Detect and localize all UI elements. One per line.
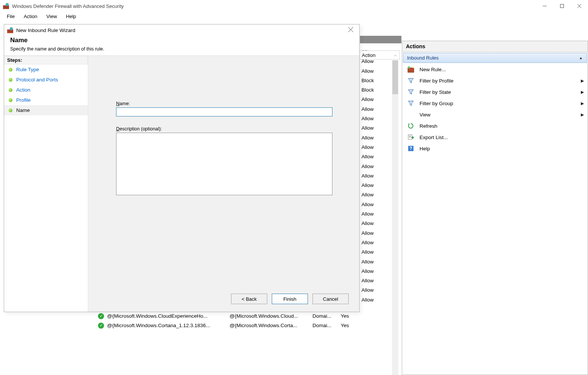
action-filter-state-label: Filter by State <box>420 89 451 95</box>
export-icon <box>407 134 414 141</box>
rules-scrollbar[interactable] <box>392 60 398 375</box>
rule-enabled-cell: Yes <box>341 313 360 319</box>
action-filter-group-label: Filter by Group <box>420 101 453 106</box>
cancel-button[interactable]: Cancel <box>312 294 349 304</box>
wizard-title: New Inbound Rule Wizard <box>16 28 75 33</box>
menu-help[interactable]: Help <box>61 13 81 20</box>
step-bullet-icon <box>9 98 12 102</box>
step-protocol-ports[interactable]: Protocol and Ports <box>4 75 88 85</box>
svg-point-15 <box>408 66 410 69</box>
name-label-rest: ame: <box>119 101 130 106</box>
submenu-arrow-icon: ▶ <box>581 112 584 117</box>
action-filter-state[interactable]: Filter by State ▶ <box>402 86 588 98</box>
window-controls <box>536 0 588 12</box>
wizard-header: Name Specify the name and description of… <box>4 36 359 55</box>
filter-icon <box>407 77 414 84</box>
refresh-icon <box>407 122 414 129</box>
rule-name-cell: @{Microsoft.Windows.CloudExperienceHo... <box>107 313 230 319</box>
rules-visible-bottom: ✓@{Microsoft.Windows.CloudExperienceHo..… <box>98 311 360 330</box>
action-new-rule-label: New Rule... <box>420 67 446 72</box>
step-name[interactable]: Name <box>4 105 88 115</box>
step-profile-label: Profile <box>16 97 31 103</box>
rule-profile-cell: Domai... <box>312 313 341 319</box>
action-filter-profile[interactable]: Filter by Profile ▶ <box>402 75 588 86</box>
minimize-button[interactable] <box>536 0 553 12</box>
step-bullet-icon <box>9 109 12 112</box>
scroll-up-icon: ︿ <box>394 53 397 58</box>
rule-name-input[interactable] <box>116 107 332 116</box>
action-filter-profile-label: Filter by Profile <box>420 78 453 84</box>
desc-label-accel: D <box>116 126 119 132</box>
action-refresh[interactable]: Refresh <box>402 120 588 132</box>
filter-icon <box>407 100 414 107</box>
action-new-rule[interactable]: New Rule... <box>402 64 588 75</box>
svg-text:?: ? <box>409 146 412 151</box>
action-export-label: Export List... <box>420 135 448 140</box>
maximize-button[interactable] <box>553 0 571 12</box>
close-button[interactable] <box>571 0 588 12</box>
help-icon: ? <box>407 145 414 152</box>
wizard-steps: Steps: Rule Type Protocol and Ports Acti… <box>4 56 88 312</box>
step-bullet-icon <box>9 88 12 92</box>
action-filter-group[interactable]: Filter by Group ▶ <box>402 98 588 109</box>
rules-column-header-action[interactable]: Action ︿ <box>359 51 400 60</box>
finish-button[interactable]: Finish <box>272 294 308 304</box>
main-titlebar: Windows Defender Firewall with Advanced … <box>0 0 588 12</box>
wizard-heading: Name <box>10 37 353 44</box>
action-help-label: Help <box>420 146 430 152</box>
menu-view[interactable]: View <box>42 13 61 20</box>
actions-pane-header: Actions <box>402 41 588 52</box>
rule-group-cell: @{Microsoft.Windows.Corta... <box>230 323 312 328</box>
step-action-label: Action <box>16 87 31 93</box>
step-bullet-icon <box>9 78 12 82</box>
action-view-label: View <box>420 112 430 118</box>
wizard-body: Steps: Rule Type Protocol and Ports Acti… <box>4 55 359 312</box>
rule-description-input[interactable] <box>116 133 332 195</box>
filter-icon <box>407 89 414 95</box>
name-field-label: Name: <box>116 101 340 106</box>
submenu-arrow-icon: ▶ <box>581 90 584 95</box>
action-view[interactable]: View ▶ <box>402 109 588 120</box>
action-export[interactable]: Export List... <box>402 132 588 143</box>
action-help[interactable]: ? Help <box>402 143 588 154</box>
rules-scrollbar-thumb[interactable] <box>392 60 398 94</box>
desc-label-rest: escription (optional): <box>119 126 162 132</box>
step-profile[interactable]: Profile <box>4 95 88 105</box>
rule-profile-cell: Domai... <box>312 323 341 328</box>
blank-icon <box>407 111 414 118</box>
table-row[interactable]: ✓@{Microsoft.Windows.CloudExperienceHo..… <box>98 311 360 321</box>
rule-enabled-cell: Yes <box>341 323 360 328</box>
wizard-close-button[interactable] <box>345 26 356 34</box>
new-rule-icon <box>407 66 414 73</box>
actions-pane: Actions Inbound Rules ▲ New Rule... Filt… <box>402 41 588 375</box>
table-row[interactable]: ✓@{Microsoft.Windows.Cortana_1.12.3.1836… <box>98 321 360 330</box>
rule-group-cell: @{Microsoft.Windows.Cloud... <box>230 313 312 319</box>
step-name-label: Name <box>16 107 30 113</box>
actions-section-label: Inbound Rules <box>407 55 439 61</box>
wizard-buttons: < Back Finish Cancel <box>231 294 349 304</box>
step-bullet-icon <box>9 68 12 72</box>
submenu-arrow-icon: ▶ <box>581 101 584 106</box>
menu-action[interactable]: Action <box>19 13 42 20</box>
step-rule-type[interactable]: Rule Type <box>4 64 88 75</box>
collapse-up-icon: ▲ <box>579 56 583 60</box>
actions-section-inbound-rules[interactable]: Inbound Rules ▲ <box>403 53 587 63</box>
menu-file[interactable]: File <box>2 13 19 20</box>
name-label-accel: N <box>116 101 119 106</box>
new-inbound-rule-wizard: New Inbound Rule Wizard Name Specify the… <box>4 24 360 312</box>
allow-check-icon: ✓ <box>98 323 104 329</box>
rule-name-cell: @{Microsoft.Windows.Cortana_1.12.3.1836.… <box>107 323 230 328</box>
menubar: File Action View Help <box>0 12 588 22</box>
step-action[interactable]: Action <box>4 85 88 95</box>
description-field-label: Description (optional): <box>116 126 340 132</box>
step-rule-type-label: Rule Type <box>16 67 39 72</box>
allow-check-icon: ✓ <box>98 313 104 319</box>
svg-rect-9 <box>560 5 564 8</box>
wizard-subtitle: Specify the name and description of this… <box>10 46 353 52</box>
submenu-arrow-icon: ▶ <box>581 78 584 83</box>
main-window-title: Windows Defender Firewall with Advanced … <box>12 3 124 9</box>
steps-header: Steps: <box>4 56 88 64</box>
firewall-icon <box>3 3 9 9</box>
step-protocol-label: Protocol and Ports <box>16 77 58 83</box>
back-button[interactable]: < Back <box>231 294 267 304</box>
